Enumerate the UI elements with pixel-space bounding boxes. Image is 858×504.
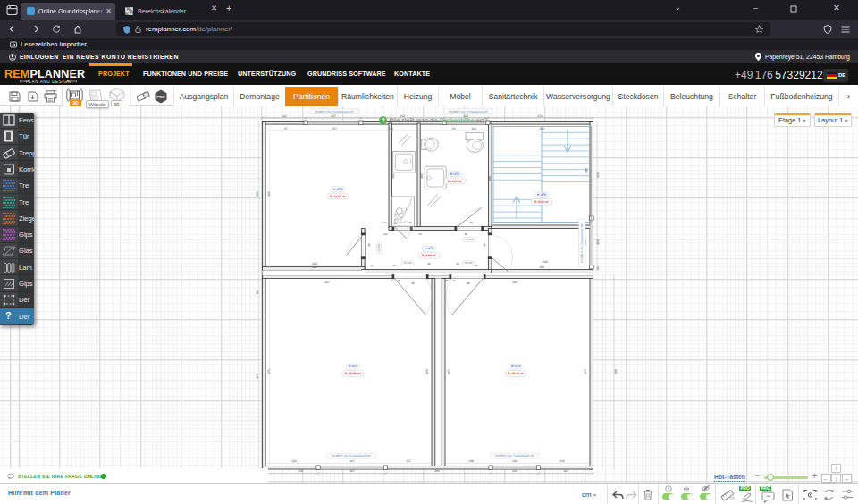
svg-text:H=210: H=210 xyxy=(465,262,473,265)
svg-text:90: 90 xyxy=(469,221,472,223)
svg-text:97: 97 xyxy=(284,127,288,130)
svg-text:244: 244 xyxy=(313,266,317,269)
svg-text:80: 80 xyxy=(411,282,414,285)
svg-text:Wie stellt man die Deckenhöhe: Wie stellt man die Deckenhöhe ein? xyxy=(390,118,488,124)
svg-text:138: 138 xyxy=(468,459,474,463)
svg-text:345: 345 xyxy=(596,172,600,178)
svg-text:475: 475 xyxy=(268,369,272,374)
svg-text:70: 70 xyxy=(418,232,421,235)
svg-text:S=2.89 m²: S=2.89 m² xyxy=(422,254,437,257)
svg-text:80: 80 xyxy=(464,232,467,235)
svg-text:40: 40 xyxy=(456,263,458,265)
svg-text:15: 15 xyxy=(596,266,600,270)
svg-text:H=160 H der Fensterbank=95: H=160 H der Fensterbank=95 xyxy=(315,110,354,113)
svg-text:132: 132 xyxy=(559,459,565,463)
svg-text:365: 365 xyxy=(268,191,272,197)
svg-text:H=270: H=270 xyxy=(450,172,460,176)
svg-text:H=210: H=210 xyxy=(378,244,381,252)
svg-text:80: 80 xyxy=(475,265,477,267)
svg-text:129: 129 xyxy=(383,221,387,223)
svg-text:80: 80 xyxy=(368,243,371,246)
svg-text:86: 86 xyxy=(257,290,260,294)
svg-text:50: 50 xyxy=(370,265,373,267)
svg-text:249: 249 xyxy=(543,261,548,265)
svg-text:130: 130 xyxy=(388,127,393,130)
svg-text:510: 510 xyxy=(614,369,618,374)
svg-text:249: 249 xyxy=(539,265,544,269)
svg-text:PRO: PRO xyxy=(156,95,165,99)
svg-text:137: 137 xyxy=(332,127,337,130)
svg-text:PLAN AND DESIGN: PLAN AND DESIGN xyxy=(26,80,72,84)
svg-text:307: 307 xyxy=(324,281,330,284)
svg-text:102: 102 xyxy=(471,127,476,130)
svg-text:244: 244 xyxy=(312,262,317,265)
svg-text:475: 475 xyxy=(425,369,429,374)
svg-text:80: 80 xyxy=(467,282,469,285)
svg-text:137: 137 xyxy=(331,114,336,118)
svg-text:H=210: H=210 xyxy=(404,262,412,265)
svg-text:63: 63 xyxy=(452,127,456,130)
svg-text:S=6.03 m²: S=6.03 m² xyxy=(534,200,550,204)
svg-text:265: 265 xyxy=(434,470,440,474)
svg-text:127: 127 xyxy=(406,459,411,463)
svg-text:286: 286 xyxy=(420,173,424,179)
svg-text:H=150 H der Fensterbank=90: H=150 H der Fensterbank=90 xyxy=(332,455,371,458)
svg-text:H=270: H=270 xyxy=(349,365,358,369)
svg-text:477: 477 xyxy=(448,369,451,374)
svg-text:90: 90 xyxy=(484,243,486,246)
svg-text:274: 274 xyxy=(537,114,543,118)
svg-text:H=270: H=270 xyxy=(425,248,434,251)
svg-text:S=19.86 m²: S=19.86 m² xyxy=(345,372,362,375)
svg-text:S=18.00 m²: S=18.00 m² xyxy=(508,372,525,375)
svg-text:S=4.24 m²: S=4.24 m² xyxy=(448,180,463,183)
svg-text:H=270: H=270 xyxy=(537,193,547,197)
svg-text:11: 11 xyxy=(452,279,455,281)
svg-text:2: 2 xyxy=(391,279,392,281)
svg-text:167: 167 xyxy=(349,459,355,463)
svg-text:477: 477 xyxy=(584,369,587,374)
svg-text:475: 475 xyxy=(257,374,260,379)
svg-text:120: 120 xyxy=(512,459,517,463)
svg-text:167: 167 xyxy=(349,470,355,474)
svg-text:H=160 H der Fensterbank=95: H=160 H der Fensterbank=95 xyxy=(449,110,488,113)
svg-text:249: 249 xyxy=(539,127,544,130)
svg-text:77: 77 xyxy=(408,221,411,223)
svg-text:H=150 H der Fensterbank=95: H=150 H der Fensterbank=95 xyxy=(581,223,585,263)
svg-text:102: 102 xyxy=(463,114,468,118)
svg-text:269: 269 xyxy=(512,281,517,284)
svg-text:288: 288 xyxy=(489,176,492,181)
svg-text:147: 147 xyxy=(563,470,568,474)
svg-text:120: 120 xyxy=(596,239,600,245)
svg-text:H=276: H=276 xyxy=(333,188,343,191)
svg-text:212: 212 xyxy=(400,114,405,118)
svg-text:H=270: H=270 xyxy=(511,365,521,369)
svg-text:?: ? xyxy=(381,118,384,124)
svg-text:120: 120 xyxy=(512,470,517,474)
svg-text:20: 20 xyxy=(445,279,448,281)
svg-text:139: 139 xyxy=(298,470,303,474)
svg-text:90: 90 xyxy=(392,265,395,267)
svg-text:26: 26 xyxy=(397,279,400,281)
svg-text:365: 365 xyxy=(257,191,260,197)
svg-text:286: 286 xyxy=(391,173,395,179)
svg-text:10: 10 xyxy=(729,496,735,501)
svg-text:208: 208 xyxy=(585,168,588,173)
svg-text:S=12.20 m²: S=12.20 m² xyxy=(330,195,347,198)
svg-text:H=210: H=210 xyxy=(466,239,474,241)
svg-text:H=150 H der Fensterbank=95: H=150 H der Fensterbank=95 xyxy=(495,455,534,458)
svg-text:129: 129 xyxy=(383,232,388,235)
svg-text:112: 112 xyxy=(282,114,287,118)
svg-text:124: 124 xyxy=(291,459,297,463)
svg-text:40: 40 xyxy=(427,263,430,265)
